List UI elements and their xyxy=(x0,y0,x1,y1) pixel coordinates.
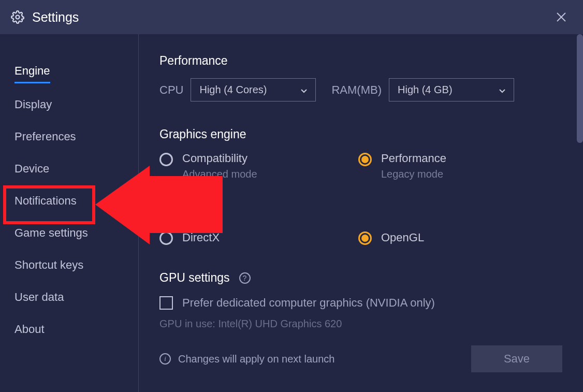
ram-value: High (4 GB) xyxy=(398,84,453,96)
radio-icon xyxy=(358,231,372,245)
cpu-value: High (4 Cores) xyxy=(199,84,267,96)
radio-label: Performance xyxy=(381,152,446,165)
header: Settings xyxy=(0,0,583,34)
radio-directx[interactable]: DirectX xyxy=(159,230,358,245)
performance-title: Performance xyxy=(159,54,562,68)
gpu-title-row: GPU settings ? xyxy=(159,271,562,285)
main: Engine Display Preferences Device Notifi… xyxy=(0,34,583,392)
sidebar-item-user-data[interactable]: User data xyxy=(14,281,64,313)
radio-label: Compatibility xyxy=(182,152,257,165)
footer-row: i Changes will apply on next launch Save xyxy=(159,345,562,372)
gpu-checkbox[interactable] xyxy=(159,296,173,310)
ram-label: RAM(MB) xyxy=(331,83,382,97)
chevron-down-icon xyxy=(499,84,505,96)
settings-title: Settings xyxy=(32,10,79,25)
radio-label: DirectX xyxy=(182,231,220,244)
sidebar-item-notifications[interactable]: Notifications xyxy=(14,185,77,217)
close-icon[interactable] xyxy=(555,11,567,23)
radio-icon xyxy=(159,153,173,166)
sidebar-item-game-settings[interactable]: Game settings xyxy=(14,217,88,249)
footer-notice: Changes will apply on next launch xyxy=(178,353,334,365)
sidebar-item-engine[interactable]: Engine xyxy=(14,55,50,83)
help-icon[interactable]: ? xyxy=(239,272,251,284)
cpu-dropdown[interactable]: High (4 Cores) xyxy=(191,78,316,101)
sidebar-item-display[interactable]: Display xyxy=(14,89,52,121)
graphics-engine-row: Compatibility Advanced mode Performance … xyxy=(159,152,562,180)
gpu-settings-title: GPU settings xyxy=(159,271,230,285)
sidebar-item-preferences[interactable]: Preferences xyxy=(14,121,76,153)
chevron-down-icon xyxy=(301,84,307,96)
save-label: Save xyxy=(504,352,530,366)
radio-icon xyxy=(358,153,372,166)
sidebar-item-device[interactable]: Device xyxy=(14,153,49,185)
ram-dropdown[interactable]: High (4 GB) xyxy=(389,78,514,101)
save-button[interactable]: Save xyxy=(471,345,562,372)
info-icon: i xyxy=(159,353,171,365)
gpu-checkbox-row: Prefer dedicated computer graphics (NVID… xyxy=(159,296,562,310)
radio-opengl[interactable]: OpenGL xyxy=(358,230,557,245)
sidebar: Engine Display Preferences Device Notifi… xyxy=(0,34,139,392)
radio-performance[interactable]: Performance Legacy mode xyxy=(358,152,557,180)
graphics-engine-title: Graphics engine xyxy=(159,127,562,141)
graphics-renderer-row: DirectX OpenGL xyxy=(159,230,562,245)
performance-row: CPU High (4 Cores) RAM(MB) High (4 GB) xyxy=(159,78,562,101)
content: Performance CPU High (4 Cores) RAM(MB) H… xyxy=(139,34,583,392)
graphics-renderer-title: renderer xyxy=(159,206,562,220)
radio-icon xyxy=(159,231,173,245)
radio-sub: Legacy mode xyxy=(381,168,446,180)
gear-icon xyxy=(10,10,25,24)
svg-point-0 xyxy=(16,16,20,19)
scrollbar[interactable] xyxy=(577,34,583,143)
radio-compatibility[interactable]: Compatibility Advanced mode xyxy=(159,152,358,180)
gpu-in-use: GPU in use: Intel(R) UHD Graphics 620 xyxy=(159,318,562,330)
cpu-label: CPU xyxy=(159,83,183,97)
radio-label: OpenGL xyxy=(381,231,424,244)
radio-sub: Advanced mode xyxy=(182,168,257,180)
sidebar-item-shortcut-keys[interactable]: Shortcut keys xyxy=(14,249,83,281)
sidebar-item-about[interactable]: About xyxy=(14,313,45,345)
gpu-checkbox-label: Prefer dedicated computer graphics (NVID… xyxy=(182,296,435,310)
